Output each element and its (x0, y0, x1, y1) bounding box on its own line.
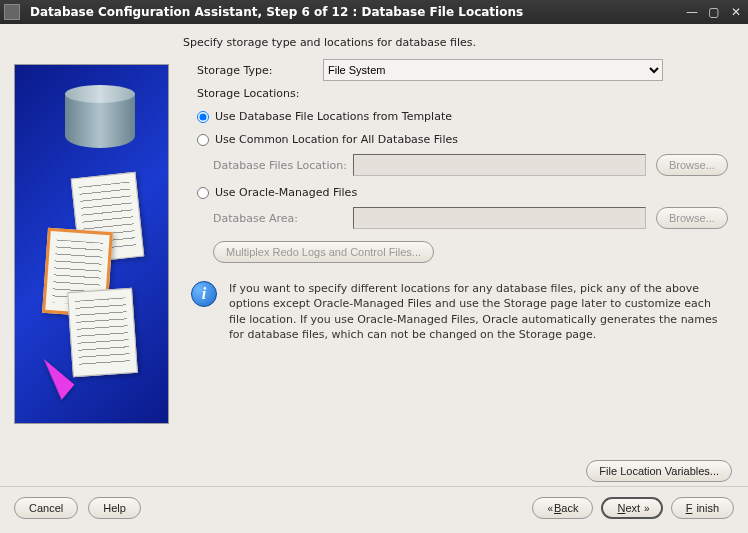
db-files-location-input (353, 154, 646, 176)
document-icon (67, 288, 138, 377)
radio-omf-label: Use Oracle-Managed Files (215, 186, 357, 199)
file-location-row: File Location Variables... (0, 452, 748, 486)
titlebar: Database Configuration Assistant, Step 6… (0, 0, 748, 24)
storage-type-row: Storage Type: File System (183, 59, 734, 81)
next-label: ext (625, 502, 640, 514)
browse-button-1: Browse... (656, 154, 728, 176)
window-controls: — ▢ ✕ (684, 4, 744, 20)
db-files-location-label: Database Files Location: (183, 159, 353, 172)
wizard-sidebar-image (14, 64, 169, 424)
multiplex-row: Multiplex Redo Logs and Control Files... (183, 241, 734, 263)
window-body: Specify storage type and locations for d… (0, 24, 748, 533)
minimize-icon[interactable]: — (684, 4, 700, 20)
main-panel: Specify storage type and locations for d… (183, 36, 734, 452)
radio-template-row: Use Database File Locations from Templat… (183, 110, 734, 123)
browse-button-2: Browse... (656, 207, 728, 229)
radio-template[interactable] (197, 111, 209, 123)
content-area: Specify storage type and locations for d… (0, 24, 748, 452)
info-icon: i (191, 281, 217, 307)
footer-right: « Back Next » Finish (532, 497, 734, 519)
back-label: ack (561, 502, 578, 514)
storage-type-select[interactable]: File System (323, 59, 663, 81)
cancel-button[interactable]: Cancel (14, 497, 78, 519)
radio-omf[interactable] (197, 187, 209, 199)
maximize-icon[interactable]: ▢ (706, 4, 722, 20)
radio-common-row: Use Common Location for All Database Fil… (183, 133, 734, 146)
db-area-row: Database Area: Browse... (183, 207, 734, 229)
db-files-location-row: Database Files Location: Browse... (183, 154, 734, 176)
help-button[interactable]: Help (88, 497, 141, 519)
radio-omf-row: Use Oracle-Managed Files (183, 186, 734, 199)
storage-type-label: Storage Type: (183, 64, 323, 77)
chevron-left-icon: « (547, 503, 550, 514)
storage-locations-row: Storage Locations: (183, 87, 734, 100)
radio-common[interactable] (197, 134, 209, 146)
multiplex-button: Multiplex Redo Logs and Control Files... (213, 241, 434, 263)
radio-common-label: Use Common Location for All Database Fil… (215, 133, 458, 146)
database-cylinder-icon (65, 85, 135, 155)
db-area-input (353, 207, 646, 229)
footer: Cancel Help « Back Next » Finish (0, 486, 748, 533)
footer-left: Cancel Help (14, 497, 141, 519)
intro-text: Specify storage type and locations for d… (183, 36, 734, 49)
window-title: Database Configuration Assistant, Step 6… (30, 5, 684, 19)
arrow-icon (16, 346, 75, 400)
file-location-variables-button[interactable]: File Location Variables... (586, 460, 732, 482)
app-icon (4, 4, 20, 20)
info-text: If you want to specify different locatio… (229, 281, 726, 343)
storage-locations-label: Storage Locations: (183, 87, 323, 100)
finish-button[interactable]: Finish (671, 497, 734, 519)
info-box: i If you want to specify different locat… (183, 281, 734, 343)
radio-template-label: Use Database File Locations from Templat… (215, 110, 452, 123)
back-button[interactable]: « Back (532, 497, 593, 519)
next-button[interactable]: Next » (601, 497, 662, 519)
db-area-label: Database Area: (183, 212, 353, 225)
close-icon[interactable]: ✕ (728, 4, 744, 20)
chevron-right-icon: » (644, 503, 647, 514)
